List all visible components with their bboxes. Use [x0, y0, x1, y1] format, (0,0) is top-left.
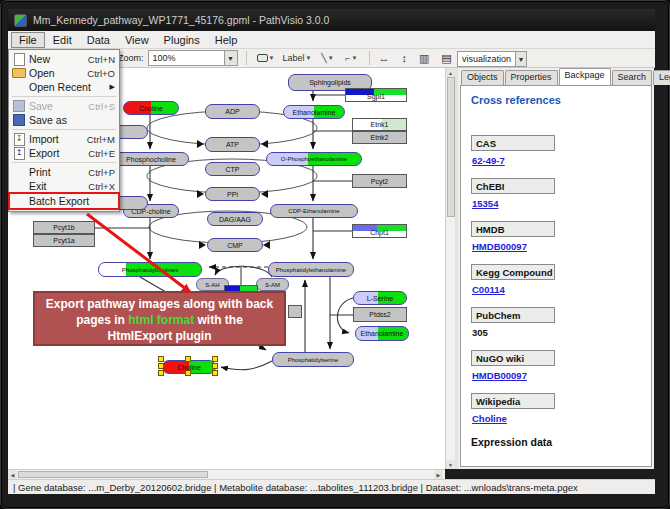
node-pcyt1a[interactable]: Pcyt1a [33, 234, 95, 247]
node-adp[interactable]: ADP [205, 104, 260, 119]
file-menu-item-save[interactable]: SaveCtrl+S [9, 99, 119, 113]
node-phosphatidylethanolamine[interactable]: Phosphatidylethanolamine [268, 262, 354, 277]
chevron-down-icon[interactable]: ▼ [306, 55, 312, 61]
menu-view[interactable]: View [118, 33, 156, 47]
backpage-section-hmdb: HMDB [471, 221, 555, 237]
connector-tool[interactable]: ⌐▼ [341, 51, 361, 66]
toolbar-separator [246, 51, 247, 65]
crossref-link[interactable]: 15354 [472, 198, 651, 209]
gene-tool[interactable]: ▼ [255, 51, 277, 66]
node-ethanolamine-bottom[interactable]: Ethanolamine [355, 326, 409, 341]
node-etnk1[interactable]: Etnk1 [352, 118, 407, 131]
backpage-section-chebi: ChEBI [471, 178, 555, 194]
tab-search[interactable]: Search [612, 70, 653, 85]
scroll-right-icon[interactable]: ▶ [434, 470, 443, 479]
node-ethanolamine-top[interactable]: Ethanolamine [283, 105, 345, 119]
node-pcyt2[interactable]: Pcyt2 [352, 174, 407, 188]
file-menu-item-save-as[interactable]: Save as [9, 113, 119, 127]
menu-help[interactable]: Help [208, 33, 245, 47]
pathvisio-window: Mm_Kennedy_pathway_WP1771_45176.gpml - P… [0, 0, 670, 509]
backpage-section-kegg-compound: Kegg Compound [471, 264, 555, 280]
chevron-down-icon[interactable]: ▼ [224, 51, 237, 65]
node-cdp-ethanolamine[interactable]: CDP-Ethanolamine [270, 204, 358, 218]
align-vertical-icon[interactable]: ↕ [401, 52, 407, 65]
menu-plugins[interactable]: Plugins [157, 33, 207, 47]
file-menu-item-batch-export[interactable]: Batch Export [9, 193, 119, 209]
node-choline-top[interactable]: Choline [123, 101, 179, 115]
node-ptdss2[interactable]: Ptdss2 [353, 307, 407, 322]
chevron-down-icon[interactable]: ▼ [515, 52, 526, 66]
crossref-link[interactable]: HMDB00097 [472, 370, 651, 381]
node-phosphatidylserine[interactable]: Phosphatidylserine [272, 352, 354, 367]
canvas-vertical-scrollbar[interactable]: ▲ ▼ [445, 68, 455, 469]
tab-backpage[interactable]: Backpage [559, 68, 611, 85]
crossref-link[interactable]: C00114 [472, 284, 651, 295]
tab-objects[interactable]: Objects [461, 70, 504, 85]
label-tool[interactable]: Label▼ [280, 51, 313, 66]
line-tool[interactable]: ╲▼ [317, 51, 337, 66]
title-bar[interactable]: Mm_Kennedy_pathway_WP1771_45176.gpml - P… [8, 9, 655, 31]
tool-buttons: ▼Label▼╲▼⌐▼ [255, 51, 362, 66]
scroll-down-icon[interactable]: ▼ [446, 460, 455, 469]
distribute-horizontal-icon[interactable]: ▥ [419, 52, 429, 65]
menu-edit[interactable]: Edit [46, 33, 79, 47]
annotation-callout: Export pathway images along with back pa… [33, 291, 286, 346]
annotation-highlight: html format [128, 313, 194, 327]
node-sgpl1[interactable]: Sgpl1 [345, 88, 407, 102]
node-phosphocholine[interactable]: Phosphocholine [113, 152, 189, 166]
crossref-value: 305 [472, 327, 651, 338]
menu-bar: FileEditDataViewPluginsHelp [8, 31, 655, 49]
zoom-label: Zoom: [118, 53, 144, 63]
backpage-section-nugo-wiki: NuGO wiki [471, 350, 555, 366]
annotation-line3: HtmlExport plugin [35, 328, 284, 344]
align-horizontal-icon[interactable]: ↔ [378, 52, 389, 65]
save-icon [13, 100, 25, 112]
canvas-horizontal-scrollbar[interactable]: ◀ ▶ [8, 469, 445, 479]
scroll-up-icon[interactable]: ▲ [446, 68, 455, 77]
file-menu-item-open[interactable]: OpenCtrl+O [9, 66, 119, 80]
chevron-down-icon[interactable]: ▼ [269, 55, 275, 61]
file-menu-item-import[interactable]: ↧ImportCtrl+M [9, 132, 119, 146]
chevron-down-icon[interactable]: ▼ [352, 55, 358, 61]
file-menu-item-print[interactable]: PrintCtrl+P [9, 165, 119, 179]
file-menu-item-open-recent[interactable]: Open Recent▶ [9, 80, 119, 94]
node-pcyt1b[interactable]: Pcyt1b [33, 221, 95, 234]
toolbar-separator [369, 51, 370, 65]
node-anchor-box[interactable] [288, 305, 302, 318]
import-icon: ↧ [14, 133, 25, 146]
node-s-am[interactable]: S-AM [256, 278, 289, 291]
menu-separator [12, 129, 116, 130]
node-phosphatidylcholines[interactable]: Phosphatidylcholines [98, 262, 202, 277]
node-ppi[interactable]: PPi [205, 187, 260, 201]
crossref-link[interactable]: HMDB00097 [472, 241, 651, 252]
app-icon [14, 14, 27, 27]
node-atp[interactable]: ATP [205, 137, 260, 152]
horizontal-scroll-thumb[interactable] [18, 471, 208, 478]
node-chpt1[interactable]: Chpt1 [352, 224, 407, 238]
file-menu-item-exit[interactable]: ExitCtrl+X [9, 179, 119, 193]
scroll-left-icon[interactable]: ◀ [8, 470, 17, 479]
node-etnk2[interactable]: Etnk2 [352, 131, 407, 144]
annotation-line1: Export pathway images along with back [35, 296, 284, 312]
node-choline-bottom[interactable]: Choline [162, 360, 216, 374]
tab-properties[interactable]: Properties [505, 70, 558, 85]
zoom-combobox[interactable]: 100% ▼ [148, 50, 238, 66]
file-menu-item-export[interactable]: ↥ExportCtrl+E [9, 146, 119, 160]
menu-file[interactable]: File [11, 32, 45, 48]
menu-data[interactable]: Data [80, 33, 117, 47]
crossref-link[interactable]: 62-49-7 [472, 155, 651, 166]
node-dag-aag[interactable]: DAG/AAG [207, 212, 263, 226]
visualization-combobox[interactable]: visualization ▼ [457, 51, 527, 67]
backpage-content: Cross references CAS62-49-7ChEBI15354HMD… [460, 85, 652, 467]
menu-separator [12, 162, 116, 163]
file-menu-item-new[interactable]: NewCtrl+N [9, 52, 119, 66]
tab-legend[interactable]: Legend [653, 70, 670, 85]
vertical-scroll-thumb[interactable] [447, 77, 455, 217]
node-ctp[interactable]: CTP [205, 162, 260, 176]
chevron-down-icon[interactable]: ▼ [328, 55, 334, 61]
node-l-serine[interactable]: L-Serine [353, 291, 407, 305]
crossref-link[interactable]: Choline [472, 413, 651, 424]
distribute-vertical-icon[interactable]: ▤ [441, 52, 451, 65]
node-o-phosphoethanolamine[interactable]: O-Phosphoethanolamine [266, 152, 362, 166]
node-cmp[interactable]: CMP [207, 238, 263, 252]
